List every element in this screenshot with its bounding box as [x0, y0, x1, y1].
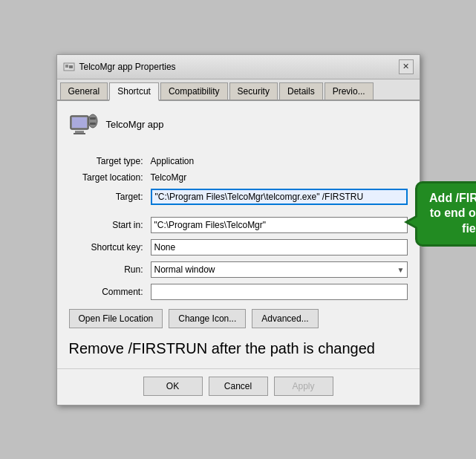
- open-file-location-button[interactable]: Open File Location: [69, 309, 163, 328]
- target-location-label: Target location:: [69, 172, 151, 183]
- app-icon: [69, 110, 99, 140]
- apply-button[interactable]: Apply: [274, 377, 333, 396]
- advanced-button[interactable]: Advanced...: [252, 309, 318, 328]
- target-type-row: Target type: Application: [69, 156, 408, 166]
- tab-compatibility[interactable]: Compatibility: [160, 82, 228, 100]
- target-label: Target:: [69, 192, 151, 202]
- svg-rect-9: [90, 117, 96, 120]
- svg-rect-5: [72, 117, 87, 128]
- svg-point-8: [88, 114, 97, 128]
- run-select[interactable]: Normal window: [151, 261, 408, 278]
- properties-window: TelcoMgr app Properties ✕ General Shortc…: [56, 54, 420, 406]
- target-location-value: TelcoMgr: [151, 172, 187, 183]
- comment-input[interactable]: [151, 284, 408, 300]
- target-type-label: Target type:: [69, 156, 151, 166]
- title-bar: TelcoMgr app Properties ✕: [57, 55, 420, 79]
- title-bar-left: TelcoMgr app Properties: [63, 61, 176, 73]
- target-row: Target: Add /FIRSTRUN to end of Target f…: [69, 189, 408, 205]
- start-in-input[interactable]: [151, 217, 408, 233]
- callout-bubble: Add /FIRSTRUN to end of Target field: [415, 181, 477, 247]
- tab-previous[interactable]: Previo...: [325, 82, 374, 100]
- app-header: TelcoMgr app: [69, 110, 408, 146]
- run-row: Run: Normal window ▼: [69, 261, 408, 278]
- tab-shortcut[interactable]: Shortcut: [109, 82, 159, 101]
- svg-rect-6: [75, 131, 84, 133]
- run-label: Run:: [69, 264, 151, 275]
- tab-content: TelcoMgr app Target type: Application Ta…: [57, 101, 420, 368]
- cancel-button[interactable]: Cancel: [209, 377, 268, 396]
- close-button[interactable]: ✕: [399, 59, 414, 74]
- comment-row: Comment:: [69, 284, 408, 300]
- change-icon-button[interactable]: Change Icon...: [169, 309, 246, 328]
- window-icon: [63, 61, 75, 73]
- shortcut-key-row: Shortcut key:: [69, 239, 408, 255]
- bottom-buttons: OK Cancel Apply: [57, 368, 420, 405]
- svg-rect-1: [65, 65, 68, 68]
- window-title: TelcoMgr app Properties: [79, 62, 176, 72]
- start-in-label: Start in:: [69, 220, 151, 230]
- target-input[interactable]: [151, 189, 408, 205]
- start-in-row: Start in:: [69, 217, 408, 233]
- shortcut-key-label: Shortcut key:: [69, 242, 151, 253]
- svg-rect-10: [90, 123, 96, 125]
- ok-button[interactable]: OK: [143, 377, 203, 396]
- run-select-wrapper: Normal window ▼: [151, 261, 408, 278]
- target-location-row: Target location: TelcoMgr: [69, 172, 408, 183]
- tab-bar: General Shortcut Compatibility Security …: [57, 79, 420, 101]
- comment-label: Comment:: [69, 287, 151, 297]
- tab-details[interactable]: Details: [279, 82, 323, 100]
- instruction-text: Remove /FIRSTRUN after the path is chang…: [69, 336, 408, 361]
- shortcut-key-input[interactable]: [151, 239, 408, 255]
- action-buttons: Open File Location Change Icon... Advanc…: [69, 309, 408, 328]
- target-type-value: Application: [151, 156, 195, 166]
- app-name: TelcoMgr app: [106, 119, 164, 130]
- tab-general[interactable]: General: [60, 82, 108, 100]
- tab-security[interactable]: Security: [229, 82, 278, 100]
- svg-rect-7: [74, 133, 85, 134]
